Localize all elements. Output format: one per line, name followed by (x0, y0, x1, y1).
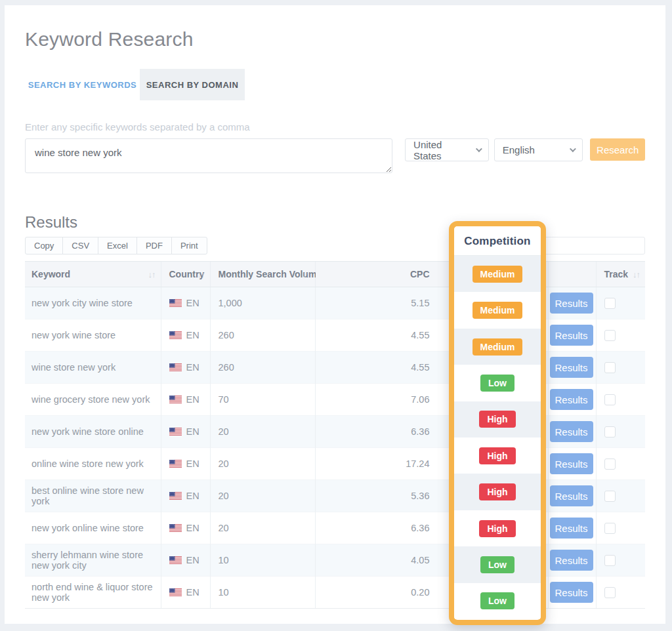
country-cell: EN (161, 319, 210, 352)
column-header-blank (548, 262, 596, 287)
competition-overlay-row: Low (454, 365, 541, 401)
chevron-down-icon (570, 146, 576, 152)
competition-badge: Low (480, 556, 514, 573)
cpc-cell: 7.06 (315, 384, 450, 416)
results-cell: Results (548, 448, 596, 480)
keyword-cell: north end wine & liquor store new york (25, 577, 161, 609)
results-button[interactable]: Results (550, 453, 593, 474)
country-cell: EN (161, 287, 210, 319)
country-cell: EN (161, 448, 210, 480)
country-code: EN (186, 298, 200, 308)
country-cell: EN (161, 384, 210, 416)
us-flag-icon (169, 396, 182, 403)
country-code: EN (186, 555, 200, 565)
track-checkbox[interactable] (604, 298, 616, 309)
results-cell: Results (548, 577, 596, 609)
keyword-cell: new york city wine store (25, 287, 161, 319)
results-button[interactable]: Results (550, 357, 593, 378)
volume-cell: 1,000 (210, 287, 315, 319)
table-row: new york online wine storeEN206.36Result… (25, 512, 645, 544)
search-form: wine store new york United States Englis… (25, 138, 645, 173)
track-cell (596, 352, 645, 384)
cpc-cell: 5.15 (315, 287, 450, 319)
competition-badge: Low (480, 375, 514, 392)
table-row: north end wine & liquor store new yorkEN… (25, 577, 645, 609)
keyword-cell: online wine store new york (25, 448, 161, 480)
keyword-cell: new york online wine store (25, 512, 161, 544)
export-copy-button[interactable]: Copy (25, 237, 63, 254)
results-cell: Results (548, 480, 596, 512)
table-row: wine grocery store new yorkEN707.06Resul… (25, 384, 645, 416)
export-pdf-button[interactable]: PDF (136, 237, 172, 254)
country-cell: EN (161, 480, 210, 512)
cpc-cell: 4.05 (315, 544, 450, 577)
track-checkbox[interactable] (604, 330, 616, 341)
results-button[interactable]: Results (550, 518, 593, 539)
column-header-keyword[interactable]: Keyword↓↑ (25, 262, 161, 287)
export-csv-button[interactable]: CSV (62, 237, 98, 254)
country-select-value: United States (413, 139, 471, 161)
cpc-cell: 5.36 (315, 480, 450, 512)
track-checkbox[interactable] (604, 362, 616, 373)
track-checkbox[interactable] (604, 394, 616, 405)
column-header-monthly-search-volume[interactable]: Monthly Search Volume↓↑ (210, 262, 315, 287)
us-flag-icon (169, 492, 182, 500)
track-checkbox[interactable] (604, 587, 616, 598)
keywords-textarea[interactable]: wine store new york (25, 138, 392, 173)
column-header-track[interactable]: Track↓↑ (596, 262, 645, 287)
country-code: EN (186, 426, 200, 437)
country-select[interactable]: United States (405, 138, 489, 161)
results-cell: Results (548, 352, 596, 384)
track-checkbox[interactable] (604, 458, 616, 470)
export-print-button[interactable]: Print (171, 237, 207, 254)
results-button[interactable]: Results (550, 582, 593, 603)
results-cell: Results (548, 416, 596, 448)
results-button[interactable]: Results (550, 485, 593, 506)
competition-overlay-row: Medium (454, 329, 541, 365)
country-code: EN (186, 330, 200, 340)
sort-icon: ↓↑ (198, 270, 205, 279)
us-flag-icon (169, 428, 182, 436)
column-header-country[interactable]: Country↓↑ (161, 262, 210, 287)
country-code: EN (186, 587, 200, 598)
country-cell: EN (161, 512, 210, 544)
results-heading: Results (25, 213, 645, 230)
language-select[interactable]: English (494, 138, 583, 161)
results-button[interactable]: Results (550, 325, 593, 346)
volume-cell: 20 (210, 480, 315, 512)
tab-search-by-domain[interactable]: SEARCH BY DOMAIN (140, 69, 245, 100)
track-checkbox[interactable] (604, 491, 616, 502)
competition-overlay-row: High (454, 474, 541, 510)
results-cell: Results (548, 287, 596, 319)
results-cell: Results (548, 384, 596, 416)
tabs: SEARCH BY KEYWORDSSEARCH BY DOMAIN (25, 69, 645, 100)
volume-cell: 260 (210, 352, 315, 384)
export-excel-button[interactable]: Excel (98, 237, 137, 254)
results-button[interactable]: Results (550, 421, 593, 442)
competition-badge: Medium (472, 302, 523, 319)
chevron-down-icon (476, 146, 482, 152)
results-button[interactable]: Results (550, 389, 593, 410)
tab-search-by-keywords[interactable]: SEARCH BY KEYWORDS (25, 69, 140, 100)
keyword-cell: wine grocery store new york (25, 384, 161, 416)
track-checkbox[interactable] (604, 523, 616, 534)
results-button[interactable]: Results (550, 293, 593, 314)
research-button[interactable]: Research (590, 138, 645, 161)
country-cell: EN (161, 352, 210, 384)
track-cell (596, 287, 645, 319)
cpc-cell: 0.20 (315, 577, 450, 609)
sort-icon: ↓↑ (148, 270, 156, 279)
competition-overlay-row: Low (454, 583, 541, 619)
competition-badge: High (479, 520, 515, 537)
results-button[interactable]: Results (550, 550, 593, 571)
competition-overlay-row: Low (454, 546, 541, 582)
track-checkbox[interactable] (604, 426, 616, 438)
table-row: best online wine store new yorkEN205.36R… (25, 480, 645, 512)
cpc-cell: 17.24 (315, 448, 450, 480)
track-cell (596, 512, 645, 544)
table-row: new york wine storeEN2604.55Results (25, 319, 645, 352)
competition-overlay-row: Medium (454, 256, 541, 292)
competition-badge: Medium (472, 338, 523, 356)
track-checkbox[interactable] (604, 555, 616, 566)
cpc-cell: 6.36 (315, 512, 450, 544)
